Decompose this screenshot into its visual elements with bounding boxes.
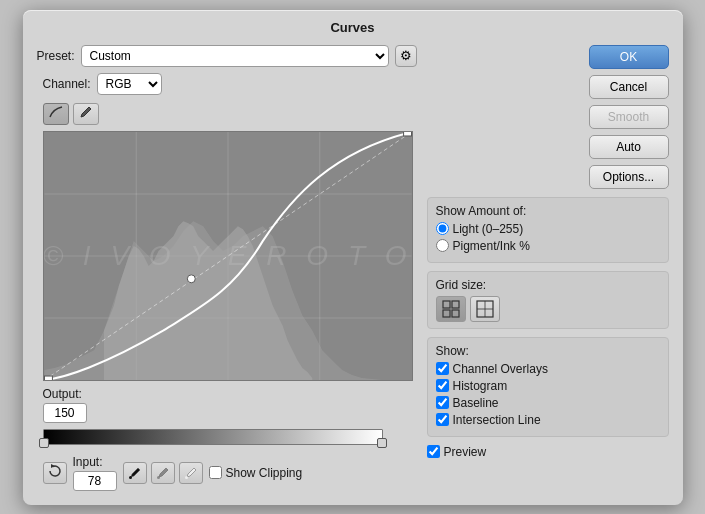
channel-overlays-row: Channel Overlays (436, 362, 660, 376)
histogram-label: Histogram (453, 379, 508, 393)
baseline-checkbox[interactable] (436, 396, 449, 409)
grid-large-button[interactable] (470, 296, 500, 322)
svg-rect-19 (443, 310, 450, 317)
gray-eyedropper-icon (156, 466, 170, 480)
svg-marker-13 (51, 464, 55, 468)
svg-point-14 (129, 476, 132, 479)
preview-checkbox[interactable] (427, 445, 440, 458)
ok-button[interactable]: OK (589, 45, 669, 69)
svg-rect-20 (452, 310, 459, 317)
show-clipping-row: Show Clipping (209, 466, 303, 480)
preset-row: Preset: Custom ⚙ (37, 45, 417, 67)
baseline-label: Baseline (453, 396, 499, 410)
pigment-radio[interactable] (436, 239, 449, 252)
gradient-slider-left[interactable] (39, 438, 49, 448)
grid-size-section: Grid size: (427, 271, 669, 329)
cancel-button[interactable]: Cancel (589, 75, 669, 99)
auto-button[interactable]: Auto (589, 135, 669, 159)
grid-large-icon (476, 300, 494, 318)
input-value[interactable] (73, 471, 117, 491)
svg-rect-17 (443, 301, 450, 308)
pencil-icon (79, 105, 93, 122)
curves-dialog: Curves Preset: Custom ⚙ Channel: RGB (23, 10, 683, 505)
preview-label: Preview (444, 445, 487, 459)
input-label: Input: (73, 455, 117, 469)
black-eyedropper-button[interactable] (123, 462, 147, 484)
histogram-checkbox[interactable] (436, 379, 449, 392)
gradient-bar (43, 429, 383, 445)
input-block: Input: (73, 455, 117, 491)
intersection-line-label: Intersection Line (453, 413, 541, 427)
curve-tool-button[interactable] (43, 103, 69, 125)
intersection-line-row: Intersection Line (436, 413, 660, 427)
curve-icon (48, 104, 64, 123)
white-eyedropper-button[interactable] (179, 462, 203, 484)
right-panel: OK Cancel Smooth Auto Options... Show Am… (427, 45, 669, 491)
light-radio[interactable] (436, 222, 449, 235)
output-input[interactable] (43, 403, 87, 423)
light-label: Light (0–255) (453, 222, 524, 236)
show-amount-title: Show Amount of: (436, 204, 660, 218)
channel-select[interactable]: RGB (97, 73, 162, 95)
svg-point-15 (157, 476, 160, 479)
svg-rect-11 (44, 376, 52, 380)
left-panel: Preset: Custom ⚙ Channel: RGB (37, 45, 417, 491)
show-clipping-checkbox[interactable] (209, 466, 222, 479)
reset-icon (47, 463, 63, 482)
curve-svg (44, 132, 412, 380)
intersection-line-checkbox[interactable] (436, 413, 449, 426)
channel-overlays-checkbox[interactable] (436, 362, 449, 375)
options-button[interactable]: Options... (589, 165, 669, 189)
curve-canvas-area[interactable]: © I V O Y E R O T O (43, 131, 413, 381)
curve-tools (37, 103, 417, 125)
channel-row: Channel: RGB (37, 73, 417, 95)
svg-rect-18 (452, 301, 459, 308)
light-radio-row: Light (0–255) (436, 222, 660, 236)
smooth-button[interactable]: Smooth (589, 105, 669, 129)
output-label: Output: (43, 387, 87, 401)
output-row: Output: (37, 387, 417, 423)
preview-row: Preview (427, 445, 669, 459)
preset-select[interactable]: Custom (81, 45, 389, 67)
svg-point-10 (187, 274, 195, 282)
svg-rect-12 (403, 132, 411, 136)
gray-eyedropper-button[interactable] (151, 462, 175, 484)
dialog-title: Curves (37, 20, 669, 35)
channel-label: Channel: (43, 77, 91, 91)
gear-icon: ⚙ (400, 48, 412, 63)
pigment-radio-row: Pigment/Ink % (436, 239, 660, 253)
bottom-row: Input: (37, 455, 417, 491)
channel-overlays-label: Channel Overlays (453, 362, 548, 376)
histogram-row: Histogram (436, 379, 660, 393)
pencil-tool-button[interactable] (73, 103, 99, 125)
grid-size-title: Grid size: (436, 278, 660, 292)
black-eyedropper-icon (128, 466, 142, 480)
action-buttons: OK Cancel Smooth Auto Options... (427, 45, 669, 189)
show-title: Show: (436, 344, 660, 358)
white-eyedropper-icon (184, 466, 198, 480)
show-amount-section: Show Amount of: Light (0–255) Pigment/In… (427, 197, 669, 263)
output-block: Output: (43, 387, 87, 423)
eyedropper-group (123, 462, 203, 484)
show-section: Show: Channel Overlays Histogram Baselin… (427, 337, 669, 437)
gradient-bar-row (37, 429, 417, 445)
pigment-label: Pigment/Ink % (453, 239, 530, 253)
show-clipping-label: Show Clipping (226, 466, 303, 480)
gear-button[interactable]: ⚙ (395, 45, 417, 67)
gradient-slider-right[interactable] (377, 438, 387, 448)
reset-button[interactable] (43, 462, 67, 484)
svg-point-16 (185, 476, 188, 479)
grid-small-button[interactable] (436, 296, 466, 322)
grid-icon-buttons (436, 296, 660, 322)
preset-label: Preset: (37, 49, 75, 63)
grid-small-icon (442, 300, 460, 318)
baseline-row: Baseline (436, 396, 660, 410)
